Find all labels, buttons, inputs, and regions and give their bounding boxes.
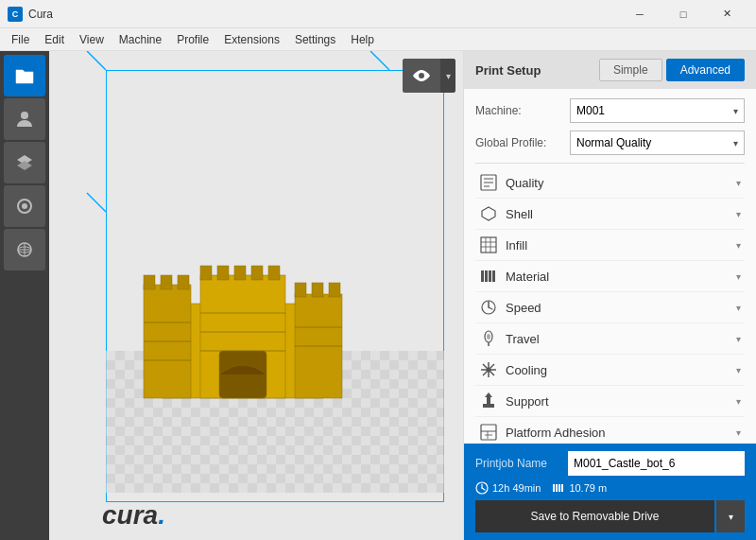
svg-rect-16 [144, 275, 155, 289]
svg-rect-47 [481, 270, 484, 282]
title-bar: C Cura ─ □ ✕ [0, 0, 756, 28]
svg-rect-73 [553, 484, 555, 492]
shell-label: Shell [506, 207, 533, 221]
print-time-value: 12h 49min [492, 482, 541, 494]
section-shell[interactable]: Shell ▾ [475, 199, 745, 230]
bottom-panel: Printjob Name 12h 49min [464, 444, 756, 540]
minimize-button[interactable]: ─ [618, 0, 662, 28]
svg-rect-17 [161, 275, 172, 289]
app-logo: C [8, 7, 23, 22]
platform-adhesion-icon [479, 423, 498, 442]
print-time: 12h 49min [475, 481, 541, 495]
svg-point-0 [21, 112, 28, 119]
save-dropdown-button[interactable]: ▾ [716, 500, 745, 532]
support-icon [479, 392, 498, 410]
travel-icon [479, 329, 498, 348]
section-infill[interactable]: Infill ▾ [475, 230, 745, 261]
menu-machine[interactable]: Machine [112, 31, 169, 48]
printjob-name-label: Printjob Name [475, 457, 560, 470]
svg-rect-22 [200, 266, 212, 280]
platform-adhesion-label: Platform Adhesion [506, 426, 606, 440]
menu-settings[interactable]: Settings [287, 31, 343, 48]
svg-rect-20 [312, 283, 323, 297]
section-support[interactable]: Support ▾ [475, 386, 745, 417]
svg-rect-25 [251, 266, 263, 280]
svg-rect-48 [485, 270, 488, 282]
printjob-name-row: Printjob Name [475, 451, 745, 476]
machine-label: Machine: [475, 104, 570, 117]
menu-file[interactable]: File [4, 31, 37, 48]
cura-logo: cura. [102, 500, 165, 531]
menu-edit[interactable]: Edit [37, 31, 72, 48]
close-button[interactable]: ✕ [705, 0, 748, 28]
machine-select-arrow: ▾ [733, 106, 738, 116]
machine-select[interactable]: M001 ▾ [570, 98, 745, 123]
printjob-name-input[interactable] [568, 451, 745, 476]
section-cooling[interactable]: Cooling ▾ [475, 355, 745, 386]
printjob-info: 12h 49min 10.79 m [475, 481, 745, 495]
viewport[interactable]: ▾ cura. [49, 51, 463, 540]
svg-point-36 [419, 73, 424, 78]
quality-label: Quality [506, 176, 543, 190]
menu-view[interactable]: View [72, 31, 112, 48]
filament-icon [552, 481, 565, 495]
section-travel[interactable]: Travel ▾ [475, 323, 745, 355]
section-platform-adhesion[interactable]: Platform Adhesion ▾ [475, 417, 745, 444]
settings-area: Machine: M001 ▾ Global Profile: Normal Q… [464, 89, 756, 444]
right-panel: Print Setup Simple Advanced Machine: M00… [463, 51, 756, 540]
advanced-mode-button[interactable]: Advanced [666, 59, 745, 81]
support-label: Support [506, 394, 549, 409]
svg-line-10 [370, 51, 389, 70]
mesh-button[interactable] [4, 229, 45, 270]
svg-point-4 [22, 203, 27, 209]
cooling-icon [479, 360, 498, 379]
person-button[interactable] [4, 98, 45, 140]
mode-buttons: Simple Advanced [599, 59, 745, 81]
support-chevron: ▾ [736, 396, 741, 407]
infill-icon [479, 235, 498, 254]
print-setup-title: Print Setup [475, 63, 541, 78]
divider [475, 163, 745, 164]
svg-rect-76 [561, 484, 563, 492]
filament-length: 10.79 m [552, 481, 607, 495]
quality-icon [479, 173, 498, 192]
menu-help[interactable]: Help [343, 31, 382, 48]
print-setup-header: Print Setup Simple Advanced [464, 51, 756, 89]
castle-model [125, 247, 361, 417]
section-speed[interactable]: Speed ▾ [475, 292, 745, 323]
svg-line-9 [87, 51, 106, 70]
svg-rect-23 [217, 266, 229, 280]
simple-mode-button[interactable]: Simple [599, 59, 662, 81]
open-file-button[interactable] [4, 55, 45, 96]
section-material[interactable]: Material ▾ [475, 261, 745, 292]
maximize-button[interactable]: □ [662, 0, 705, 28]
svg-rect-26 [268, 266, 280, 280]
profile-label: Global Profile: [475, 136, 570, 149]
view-mode-dropdown[interactable]: ▾ [440, 59, 455, 93]
machine-row: Machine: M001 ▾ [475, 98, 745, 123]
speed-icon [479, 298, 498, 317]
profile-select[interactable]: Normal Quality ▾ [570, 131, 745, 155]
xray-button[interactable] [4, 185, 45, 227]
material-icon [479, 267, 498, 286]
material-label: Material [506, 270, 549, 284]
section-quality[interactable]: Quality ▾ [475, 167, 745, 199]
svg-rect-21 [329, 283, 340, 297]
save-to-drive-button[interactable]: Save to Removable Drive [475, 500, 714, 532]
svg-marker-2 [17, 161, 32, 170]
menu-extensions[interactable]: Extensions [216, 31, 287, 48]
travel-chevron: ▾ [736, 334, 741, 344]
svg-rect-49 [489, 270, 491, 282]
menu-bar: File Edit View Machine Profile Extension… [0, 28, 756, 51]
profile-row: Global Profile: Normal Quality ▾ [475, 131, 745, 155]
svg-point-54 [487, 334, 490, 340]
menu-profile[interactable]: Profile [169, 31, 216, 48]
svg-rect-50 [492, 270, 495, 282]
layer-view-button[interactable] [4, 142, 45, 183]
sections-list: Quality ▾ Shell ▾ [475, 167, 745, 444]
svg-rect-60 [483, 404, 494, 408]
svg-marker-41 [482, 207, 495, 220]
travel-label: Travel [506, 332, 540, 346]
view-mode-button[interactable]: ▾ [403, 59, 455, 93]
save-row: Save to Removable Drive ▾ [475, 500, 745, 532]
